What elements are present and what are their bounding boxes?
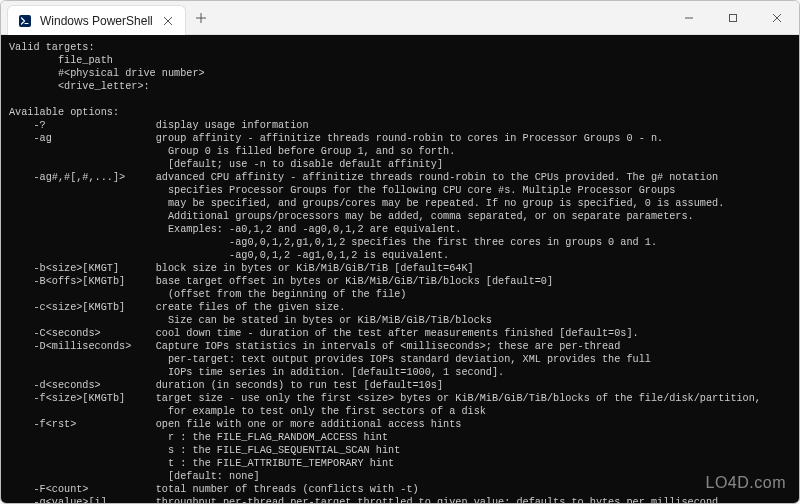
minimize-button[interactable] <box>667 1 711 34</box>
terminal-line: t : the FILE_ATTRIBUTE_TEMPORARY hint <box>9 458 394 469</box>
terminal-line: -b<size>[KMGT] block size in bytes or Ki… <box>9 263 474 274</box>
terminal-line: #<physical drive number> <box>9 68 205 79</box>
terminal-line: (offset from the beginning of the file) <box>9 289 406 300</box>
terminal-line: -F<count> total number of threads (confl… <box>9 484 419 495</box>
titlebar-drag-region[interactable] <box>216 1 667 34</box>
terminal-line: Size can be stated in bytes or KiB/MiB/G… <box>9 315 492 326</box>
maximize-button[interactable] <box>711 1 755 34</box>
svg-rect-1 <box>730 14 737 21</box>
terminal-line: -ag group affinity - affinitize threads … <box>9 133 663 144</box>
new-tab-button[interactable] <box>186 1 216 34</box>
terminal-line: IOPs time series in addition. [default=1… <box>9 367 504 378</box>
terminal-line: Available options: <box>9 107 119 118</box>
close-button[interactable] <box>755 1 799 34</box>
terminal-line: -D<milliseconds> Capture IOPs statistics… <box>9 341 620 352</box>
terminal-line: -f<rst> open file with one or more addit… <box>9 419 461 430</box>
terminal-line: -f<size>[KMGTb] target size - use only t… <box>9 393 761 404</box>
app-window: Windows PowerShell Valid targets: file_p… <box>0 0 800 504</box>
terminal-line: [default; use -n to disable default affi… <box>9 159 443 170</box>
terminal-line: may be specified, and groups/cores may b… <box>9 198 724 209</box>
terminal-line: specifies Processor Groups for the follo… <box>9 185 675 196</box>
terminal-line: -? display usage information <box>9 120 309 131</box>
terminal-line: Additional groups/processors may be adde… <box>9 211 694 222</box>
terminal-line: -g<value>[i] throughput per-thread per-t… <box>9 497 718 503</box>
terminal-line: -c<size>[KMGTb] create files of the give… <box>9 302 345 313</box>
tab-close-button[interactable] <box>161 14 175 28</box>
terminal-line: -ag0,0,1,2 -ag1,0,1,2 is equivalent. <box>9 250 449 261</box>
terminal-output[interactable]: Valid targets: file_path #<physical driv… <box>1 35 799 503</box>
watermark: LO4D.com <box>706 474 786 492</box>
terminal-line: -ag#,#[,#,...]> advanced CPU affinity - … <box>9 172 718 183</box>
terminal-line: -C<seconds> cool down time - duration of… <box>9 328 639 339</box>
terminal-line: Examples: -a0,1,2 and -ag0,0,1,2 are equ… <box>9 224 461 235</box>
terminal-line: file_path <box>9 55 113 66</box>
terminal-line: Valid targets: <box>9 42 95 53</box>
terminal-line: per-target: text output provides IOPs st… <box>9 354 651 365</box>
titlebar: Windows PowerShell <box>1 1 799 35</box>
terminal-line: s : the FILE_FLAG_SEQUENTIAL_SCAN hint <box>9 445 400 456</box>
terminal-line: for example to test only the first secto… <box>9 406 486 417</box>
terminal-line: -B<offs>[KMGTb] base target offset in by… <box>9 276 553 287</box>
tab-title: Windows PowerShell <box>40 14 153 28</box>
window-controls <box>667 1 799 34</box>
tab-powershell[interactable]: Windows PowerShell <box>7 5 186 35</box>
terminal-line: [default: none] <box>9 471 260 482</box>
terminal-line: -d<seconds> duration (in seconds) to run… <box>9 380 443 391</box>
terminal-line: -ag0,0,1,2,g1,0,1,2 specifies the first … <box>9 237 657 248</box>
terminal-line: <drive_letter>: <box>9 81 150 92</box>
terminal-line: Group 0 is filled before Group 1, and so… <box>9 146 455 157</box>
terminal-line: r : the FILE_FLAG_RANDOM_ACCESS hint <box>9 432 388 443</box>
powershell-icon <box>18 14 32 28</box>
